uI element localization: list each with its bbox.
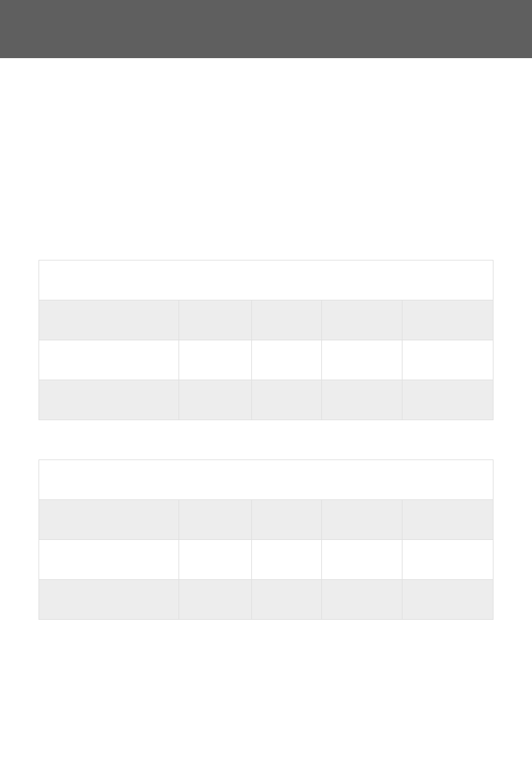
table-row — [39, 380, 493, 420]
table-cell — [251, 380, 322, 420]
header-bar — [0, 0, 532, 58]
table-cell — [402, 380, 493, 420]
table-row — [39, 580, 493, 620]
table-cell — [402, 540, 493, 580]
table-row — [39, 500, 493, 540]
table-row — [39, 340, 493, 380]
table-cell — [178, 500, 251, 540]
table-row — [39, 540, 493, 580]
table-cell — [39, 261, 493, 300]
table-cell — [39, 340, 179, 380]
table-cell — [251, 500, 322, 540]
table-cell — [251, 300, 322, 340]
table-cell — [178, 340, 251, 380]
table-cell — [39, 500, 179, 540]
table-cell — [39, 300, 179, 340]
table-cell — [178, 580, 251, 620]
table-cell — [178, 540, 251, 580]
table-cell — [322, 340, 402, 380]
table-row — [39, 300, 493, 340]
table-cell — [322, 500, 402, 540]
table-cell — [39, 460, 493, 500]
table-cell — [402, 300, 493, 340]
table-cell — [402, 500, 493, 540]
data-table-1 — [38, 260, 493, 420]
table-cell — [322, 580, 402, 620]
table-cell — [402, 580, 493, 620]
table-2-container — [38, 459, 493, 620]
table-row — [39, 261, 493, 300]
table-cell — [251, 580, 322, 620]
data-table-2 — [38, 459, 493, 620]
table-cell — [322, 380, 402, 420]
table-cell — [39, 580, 179, 620]
table-cell — [251, 540, 322, 580]
table-1-container — [38, 260, 493, 420]
table-cell — [39, 540, 179, 580]
table-cell — [402, 340, 493, 380]
table-cell — [178, 380, 251, 420]
content-area — [0, 260, 532, 620]
table-cell — [251, 340, 322, 380]
table-cell — [39, 380, 179, 420]
table-row — [39, 460, 493, 500]
table-cell — [178, 300, 251, 340]
table-cell — [322, 300, 402, 340]
table-cell — [322, 540, 402, 580]
